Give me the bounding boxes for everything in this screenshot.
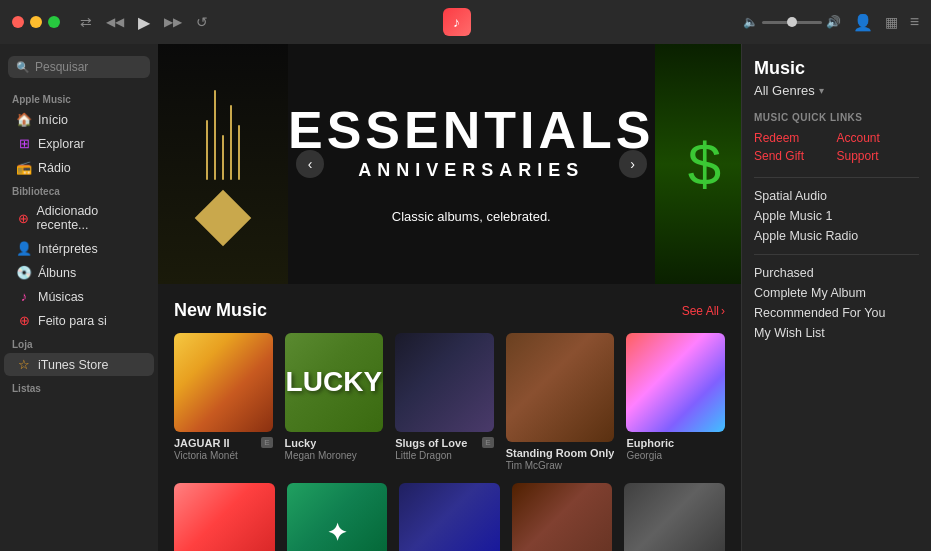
shuffle-icon[interactable]: ⇄ bbox=[80, 14, 92, 30]
album-item-r2d[interactable] bbox=[512, 483, 613, 551]
hero-left-art bbox=[203, 90, 243, 238]
sidebar-label-musicas: Músicas bbox=[38, 290, 84, 304]
maximize-button[interactable] bbox=[48, 16, 60, 28]
search-icon: 🔍 bbox=[16, 61, 30, 74]
sidebar-item-artistas[interactable]: 👤 Intérpretes bbox=[4, 237, 154, 260]
album-cover-slugs bbox=[395, 333, 494, 432]
titlebar-center: ♪ bbox=[443, 8, 489, 36]
sidebar-label-artistas: Intérpretes bbox=[38, 242, 98, 256]
sidebar-label-itunes: iTunes Store bbox=[38, 358, 108, 372]
window-controls[interactable] bbox=[12, 16, 60, 28]
display-icon[interactable]: ▦ bbox=[885, 14, 898, 30]
next-icon[interactable]: ▶▶ bbox=[164, 15, 182, 29]
art-line-5 bbox=[238, 125, 240, 180]
sidebar: 🔍 Pesquisar Apple Music 🏠 Início ⊞ Explo… bbox=[0, 44, 158, 551]
volume-control[interactable]: 🔈 🔊 bbox=[743, 15, 841, 29]
playback-controls: ⇄ ◀◀ ▶ ▶▶ ↺ bbox=[80, 13, 208, 32]
sidebar-label-feito: Feito para si bbox=[38, 314, 107, 328]
album-item-r2e[interactable] bbox=[624, 483, 725, 551]
album-cover-r2a bbox=[174, 483, 275, 551]
prev-icon[interactable]: ◀◀ bbox=[106, 15, 124, 29]
art-line-3 bbox=[222, 135, 224, 180]
see-all-link[interactable]: See All › bbox=[682, 304, 725, 318]
sidebar-item-albuns[interactable]: 💿 Álbuns bbox=[4, 261, 154, 284]
songs-icon: ♪ bbox=[16, 289, 32, 304]
album-title-row-euphoric: Euphoric bbox=[626, 437, 725, 449]
sidebar-section-apple-music: Apple Music bbox=[0, 88, 158, 107]
sidebar-item-explorar[interactable]: ⊞ Explorar bbox=[4, 132, 154, 155]
sidebar-item-radio[interactable]: 📻 Rádio bbox=[4, 156, 154, 179]
albums-grid-row1: JAGUAR II E Victoria Monét LUCKY Lucky M… bbox=[174, 333, 725, 471]
album-item-r2a[interactable] bbox=[174, 483, 275, 551]
album-item-slugs[interactable]: Slugs of Love E Little Dragon bbox=[395, 333, 494, 471]
album-item-standing[interactable]: Standing Room Only Tim McGraw bbox=[506, 333, 615, 471]
genre-selector[interactable]: All Genres ▾ bbox=[754, 83, 919, 98]
album-artist-slugs: Little Dragon bbox=[395, 450, 494, 461]
quick-links-grid: Redeem Account Send Gift Support bbox=[754, 131, 919, 163]
album-name-euphoric: Euphoric bbox=[626, 437, 674, 449]
link-complete-my-album[interactable]: Complete My Album bbox=[754, 283, 919, 303]
account-icon[interactable]: 👤 bbox=[853, 13, 873, 32]
link-purchased[interactable]: Purchased bbox=[754, 263, 919, 283]
divider-1 bbox=[754, 177, 919, 178]
volume-low-icon: 🔈 bbox=[743, 15, 758, 29]
explicit-badge-slugs: E bbox=[482, 437, 493, 448]
play-icon[interactable]: ▶ bbox=[138, 13, 150, 32]
album-name-slugs: Slugs of Love bbox=[395, 437, 467, 449]
home-icon: 🏠 bbox=[16, 112, 32, 127]
link-apple-music-1[interactable]: Apple Music 1 bbox=[754, 206, 919, 226]
menu-icon[interactable]: ≡ bbox=[910, 13, 919, 31]
quick-link-account[interactable]: Account bbox=[837, 131, 920, 145]
sidebar-item-itunes[interactable]: ☆ iTunes Store bbox=[4, 353, 154, 376]
album-artist-euphoric: Georgia bbox=[626, 450, 725, 461]
album-name-lucky: Lucky bbox=[285, 437, 317, 449]
minimize-button[interactable] bbox=[30, 16, 42, 28]
volume-slider[interactable] bbox=[762, 21, 822, 24]
quick-links-title: MUSIC QUICK LINKS bbox=[754, 112, 919, 123]
hero-nav-left-button[interactable]: ‹ bbox=[296, 150, 324, 178]
content-area: ‹ ESSENTIALS ANNIVERSARIES Classic album… bbox=[158, 44, 741, 551]
volume-thumb bbox=[787, 17, 797, 27]
link-wish-list[interactable]: My Wish List bbox=[754, 323, 919, 343]
hero-nav-right-button[interactable]: › bbox=[619, 150, 647, 178]
album-cover-euphoric bbox=[626, 333, 725, 432]
album-cover-r2b: ✦ bbox=[287, 483, 388, 551]
quick-link-redeem[interactable]: Redeem bbox=[754, 131, 837, 145]
diamond-shape bbox=[195, 190, 252, 247]
sidebar-item-inicio[interactable]: 🏠 Início bbox=[4, 108, 154, 131]
quick-link-send-gift[interactable]: Send Gift bbox=[754, 149, 837, 163]
made-icon: ⊕ bbox=[16, 313, 32, 328]
sidebar-section-biblioteca: Biblioteca bbox=[0, 180, 158, 199]
lucky-text: LUCKY bbox=[286, 366, 382, 398]
album-item-r2b[interactable]: ✦ bbox=[287, 483, 388, 551]
sidebar-label-radio: Rádio bbox=[38, 161, 71, 175]
sidebar-item-feito[interactable]: ⊕ Feito para si bbox=[4, 309, 154, 332]
album-item-euphoric[interactable]: Euphoric Georgia bbox=[626, 333, 725, 471]
quick-link-support[interactable]: Support bbox=[837, 149, 920, 163]
hero-title: ESSENTIALS bbox=[288, 104, 655, 156]
sidebar-item-recente[interactable]: ⊕ Adicionado recente... bbox=[4, 200, 154, 236]
album-cover-r2e bbox=[624, 483, 725, 551]
albums-icon: 💿 bbox=[16, 265, 32, 280]
album-item-lucky[interactable]: LUCKY Lucky Megan Moroney bbox=[285, 333, 384, 471]
album-item-jaguar[interactable]: JAGUAR II E Victoria Monét bbox=[174, 333, 273, 471]
link-recommended[interactable]: Recommended For You bbox=[754, 303, 919, 323]
sidebar-item-musicas[interactable]: ♪ Músicas bbox=[4, 285, 154, 308]
volume-high-icon: 🔊 bbox=[826, 15, 841, 29]
right-panel-title: Music bbox=[754, 58, 919, 79]
link-apple-music-radio[interactable]: Apple Music Radio bbox=[754, 226, 919, 246]
genre-label: All Genres bbox=[754, 83, 815, 98]
repeat-icon[interactable]: ↺ bbox=[196, 14, 208, 30]
link-spatial-audio[interactable]: Spatial Audio bbox=[754, 186, 919, 206]
album-item-r2c[interactable] bbox=[399, 483, 500, 551]
recent-icon: ⊕ bbox=[16, 211, 30, 226]
music-app-icon: ♪ bbox=[443, 8, 471, 36]
sidebar-label-explorar: Explorar bbox=[38, 137, 85, 151]
close-button[interactable] bbox=[12, 16, 24, 28]
art-line-1 bbox=[206, 120, 208, 180]
new-music-section: New Music See All › JAGUAR II E Victoria… bbox=[158, 284, 741, 551]
dollar-art: $ bbox=[688, 130, 721, 199]
titlebar-right: 🔈 🔊 👤 ▦ ≡ bbox=[743, 13, 919, 32]
store-icon: ☆ bbox=[16, 357, 32, 372]
search-box[interactable]: 🔍 Pesquisar bbox=[8, 56, 150, 78]
